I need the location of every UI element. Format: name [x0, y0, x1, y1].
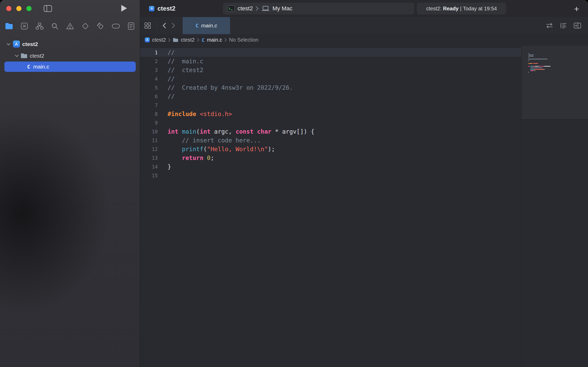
code-line[interactable]: 8#include <stdio.h> [140, 110, 521, 118]
code-line[interactable]: 6// [140, 92, 521, 101]
editor-options-icon[interactable] [546, 23, 553, 28]
code-line[interactable]: 4// [140, 74, 521, 83]
breadcrumb-selection[interactable]: No Selection [229, 37, 258, 43]
line-number[interactable]: 7 [140, 101, 162, 110]
minimap-line [528, 72, 551, 73]
code-line[interactable]: 9 [140, 118, 521, 127]
sidebar: ctest2 ctest2 C main.c [0, 0, 140, 367]
line-number[interactable]: 8 [140, 110, 162, 118]
reports-navigator-icon[interactable] [127, 22, 135, 30]
line-number[interactable]: 9 [140, 118, 162, 127]
minimap[interactable] [521, 46, 588, 367]
minimap-segment [528, 67, 530, 68]
code-token: ( [203, 146, 207, 152]
minimap-segment [530, 69, 534, 70]
minimap-segment [528, 56, 534, 57]
code-token [168, 146, 182, 152]
sidebar-toggle-icon[interactable] [43, 5, 52, 12]
project-navigator-icon[interactable] [5, 22, 13, 30]
code-token: // main.c [168, 58, 203, 65]
minimap-line [528, 62, 551, 63]
chevron-down-icon[interactable] [5, 43, 12, 45]
minimap-segment [534, 69, 544, 70]
scheme-selector[interactable]: ctest2 My Mac [223, 3, 414, 14]
tests-navigator-icon[interactable] [81, 22, 90, 30]
line-number[interactable]: 1 [140, 48, 162, 57]
add-editor-icon[interactable] [574, 22, 581, 29]
find-navigator-icon[interactable] [50, 22, 59, 30]
tree-item-group[interactable]: ctest2 [0, 50, 140, 62]
code-line[interactable]: 12 printf("Hello, World!\n"); [140, 145, 521, 154]
code-token: printf [182, 146, 203, 152]
tree-item-project[interactable]: ctest2 [0, 38, 140, 50]
minimap-line [528, 60, 551, 61]
tree-item-file-selected[interactable]: C main.c [4, 62, 136, 72]
terminal-target-icon [227, 5, 235, 12]
status-state: Ready [443, 6, 458, 12]
line-number[interactable]: 10 [140, 127, 162, 136]
line-number[interactable]: 3 [140, 66, 162, 74]
xcode-window: ctest2 ctest2 C main.c [0, 0, 588, 367]
minimap-segment [530, 66, 532, 67]
breakpoints-navigator-icon[interactable] [111, 22, 120, 30]
zoom-button[interactable] [26, 6, 32, 11]
line-number[interactable]: 14 [140, 162, 162, 171]
line-number[interactable]: 13 [140, 154, 162, 162]
code-line[interactable]: 5// Created by 4nsw3r on 2022/9/26. [140, 83, 521, 92]
code-line[interactable]: 13 return 0; [140, 154, 521, 162]
issues-navigator-icon[interactable] [66, 22, 74, 30]
close-button[interactable] [6, 6, 11, 11]
tab-main-c[interactable]: C main.c [182, 17, 230, 34]
run-button[interactable] [120, 4, 127, 12]
debug-navigator-icon[interactable] [96, 22, 105, 30]
chevron-right-icon [168, 38, 170, 42]
activity-status[interactable]: ctest2: Ready | Today at 19:54 [417, 3, 506, 14]
minimap-segment [528, 69, 530, 70]
minimap-segment [528, 59, 547, 59]
minimap-segment [528, 53, 529, 54]
line-number[interactable]: 5 [140, 83, 162, 92]
code-token: 0 [207, 155, 210, 161]
breadcrumb-file[interactable]: main.c [207, 37, 222, 43]
source-control-icon[interactable] [20, 22, 29, 30]
code-line[interactable]: 7 [140, 101, 521, 110]
code-token: ); [268, 146, 275, 152]
code-line[interactable]: 1// [140, 48, 521, 57]
line-number[interactable]: 12 [140, 145, 162, 154]
tab-label: main.c [201, 22, 217, 29]
code-token [178, 128, 182, 135]
code-line[interactable]: 15 [140, 171, 521, 180]
library-add-button[interactable]: + [571, 3, 582, 14]
code-lines[interactable]: 1//2// main.c3// ctest24//5// Created by… [140, 46, 521, 367]
line-number[interactable]: 6 [140, 92, 162, 101]
code-line[interactable]: 3// ctest2 [140, 66, 521, 74]
code-line[interactable]: 10int main(int argc, const char * argv[]… [140, 127, 521, 136]
tree-item-label: main.c [33, 64, 49, 70]
line-number[interactable]: 2 [140, 57, 162, 66]
editor-area: ctest2 ctest2 My Mac ctest2: Ready | [140, 0, 588, 367]
code-token [196, 111, 200, 117]
minimap-line [528, 53, 551, 54]
back-button[interactable] [163, 23, 166, 28]
code-token: const [236, 128, 253, 135]
source-editor: 1//2// main.c3// ctest24//5// Created by… [140, 46, 588, 367]
breadcrumb-group[interactable]: ctest2 [181, 37, 194, 43]
code-token: int [168, 128, 178, 135]
code-line[interactable]: 2// main.c [140, 57, 521, 66]
line-number[interactable]: 4 [140, 74, 162, 83]
xcode-project-icon [149, 6, 154, 11]
minimap-toggle-icon[interactable] [560, 22, 567, 29]
symbols-navigator-icon[interactable] [35, 22, 44, 30]
line-number[interactable]: 15 [140, 171, 162, 180]
code-line[interactable]: 11 // insert code here... [140, 136, 521, 145]
forward-button[interactable] [172, 23, 175, 28]
minimap-segment [528, 60, 529, 61]
code-token: // Created by 4nsw3r on 2022/9/26. [168, 84, 293, 91]
tab-overview-icon[interactable] [144, 22, 151, 29]
line-number[interactable]: 11 [140, 136, 162, 145]
chevron-down-icon[interactable] [13, 55, 20, 57]
breadcrumb-project[interactable]: ctest2 [152, 37, 166, 43]
minimize-button[interactable] [16, 6, 21, 11]
code-line[interactable]: 14} [140, 162, 521, 171]
xcode-project-icon [145, 37, 150, 42]
